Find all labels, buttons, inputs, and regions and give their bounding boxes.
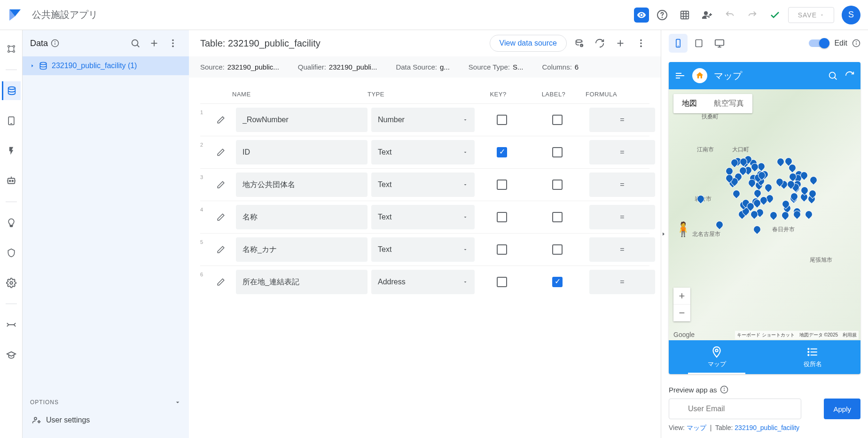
tablet-preview-icon[interactable] (689, 34, 708, 53)
column-type-select[interactable]: Number (371, 108, 475, 132)
settings-nav-icon[interactable] (2, 274, 21, 292)
share-icon[interactable] (698, 6, 717, 24)
column-name-input[interactable] (236, 140, 368, 164)
apply-button[interactable]: Apply (824, 399, 860, 419)
svg-point-32 (132, 40, 138, 46)
preview-toggle-icon[interactable] (634, 8, 649, 23)
actions-nav-icon[interactable] (2, 141, 21, 160)
svg-point-1 (662, 17, 662, 17)
preview-email-input[interactable] (669, 399, 801, 419)
svg-point-69 (808, 354, 809, 355)
formula-input[interactable]: = (589, 172, 655, 197)
home-nav-icon[interactable] (2, 39, 21, 58)
label-checkbox[interactable] (552, 212, 563, 222)
column-type-select[interactable]: Text (371, 140, 475, 164)
zoom-in-icon[interactable]: + (673, 288, 690, 305)
column-type-select[interactable]: Text (371, 205, 475, 229)
help-icon[interactable] (653, 6, 672, 24)
edit-column-icon[interactable] (213, 145, 228, 160)
info-icon[interactable] (852, 39, 860, 47)
column-type-select[interactable]: Text (371, 237, 475, 262)
svg-line-62 (835, 78, 837, 80)
column-row: 3 Text = (200, 168, 649, 201)
automation-nav-icon[interactable] (2, 172, 21, 190)
phone-preview-icon[interactable] (669, 34, 688, 53)
add-column-icon[interactable] (612, 35, 629, 52)
user-avatar[interactable]: S (842, 6, 860, 24)
formula-input[interactable]: = (589, 205, 655, 229)
svg-point-11 (13, 46, 15, 47)
redo-icon[interactable] (743, 6, 762, 24)
pegman-icon[interactable]: 🧍 (674, 221, 692, 237)
column-name-input[interactable] (236, 172, 368, 197)
search-icon[interactable] (127, 35, 144, 52)
phone-preview-frame: マップ 扶桑町 江南市 大口町 岩倉市 北名古屋市 春日井市 尾張旭市 地図 航… (669, 62, 860, 374)
column-name-input[interactable] (236, 237, 368, 262)
formula-input[interactable]: = (589, 270, 655, 294)
key-checkbox[interactable] (497, 115, 507, 125)
info-icon[interactable] (720, 385, 728, 394)
map-type-satellite[interactable]: 航空写真 (705, 94, 752, 113)
key-checkbox[interactable] (497, 212, 507, 222)
column-name-input[interactable] (236, 205, 368, 229)
label-checkbox[interactable] (552, 115, 563, 125)
manage-nav-icon[interactable] (2, 315, 21, 334)
table-tree-item[interactable]: 232190_public_facility (1) (23, 56, 189, 75)
label-checkbox[interactable] (552, 277, 563, 287)
column-type-select[interactable]: Text (371, 172, 475, 197)
map-type-map[interactable]: 地図 (673, 94, 705, 113)
svg-point-48 (640, 46, 642, 47)
formula-input[interactable]: = (589, 140, 655, 164)
intelligence-nav-icon[interactable] (2, 213, 21, 232)
formula-input[interactable]: = (589, 108, 655, 132)
table-title: Table: 232190_public_facility (200, 38, 321, 49)
more-icon[interactable] (164, 35, 181, 52)
data-nav-icon[interactable] (2, 81, 21, 100)
home-icon[interactable] (692, 68, 707, 83)
column-name-input[interactable] (236, 270, 368, 294)
user-settings-item[interactable]: User settings (30, 410, 181, 430)
key-checkbox[interactable] (497, 180, 507, 190)
check-icon[interactable] (766, 6, 784, 24)
column-name-input[interactable] (236, 108, 368, 132)
label-checkbox[interactable] (552, 180, 563, 190)
key-checkbox[interactable] (497, 147, 507, 157)
formula-input[interactable]: = (589, 237, 655, 262)
edit-column-icon[interactable] (213, 177, 228, 192)
collapse-handle-icon[interactable] (661, 228, 666, 240)
views-nav-icon[interactable] (2, 111, 21, 130)
edit-column-icon[interactable] (213, 274, 228, 289)
table-link[interactable]: 232190_public_facility (735, 424, 799, 431)
map-canvas[interactable]: 扶桑町 江南市 大口町 岩倉市 北名古屋市 春日井市 尾張旭市 地図 航空写真 … (669, 89, 860, 340)
key-checkbox[interactable] (497, 277, 507, 287)
learn-nav-icon[interactable] (2, 345, 21, 364)
label-checkbox[interactable] (552, 244, 563, 255)
bottom-tab-list[interactable]: 役所名 (765, 340, 860, 374)
key-checkbox[interactable] (497, 244, 507, 255)
label-checkbox[interactable] (552, 147, 563, 157)
undo-icon[interactable] (720, 6, 739, 24)
preview-search-icon[interactable] (828, 70, 838, 81)
view-link[interactable]: マップ (687, 424, 706, 431)
edit-column-icon[interactable] (213, 112, 228, 127)
regenerate-icon[interactable] (571, 35, 587, 52)
zoom-out-icon[interactable]: − (673, 305, 690, 321)
security-nav-icon[interactable] (2, 243, 21, 262)
table-meta-row: Source:232190_public... Qualifier:232190… (189, 56, 661, 78)
column-type-select[interactable]: Address (371, 270, 475, 294)
menu-icon[interactable] (674, 70, 686, 81)
preview-refresh-icon[interactable] (845, 70, 855, 81)
grid-icon[interactable] (675, 6, 694, 24)
edit-column-icon[interactable] (213, 242, 228, 257)
edit-toggle-switch[interactable] (809, 39, 829, 47)
add-icon[interactable] (146, 35, 163, 52)
view-data-source-button[interactable]: View data source (490, 35, 567, 52)
desktop-preview-icon[interactable] (710, 34, 729, 53)
bottom-tab-map[interactable]: マップ (669, 340, 765, 374)
svg-point-41 (38, 421, 39, 422)
table-more-icon[interactable] (633, 35, 649, 52)
options-toggle[interactable]: OPTIONS (30, 395, 181, 410)
edit-column-icon[interactable] (213, 210, 228, 225)
info-icon[interactable] (51, 39, 59, 47)
refresh-icon[interactable] (591, 35, 608, 52)
